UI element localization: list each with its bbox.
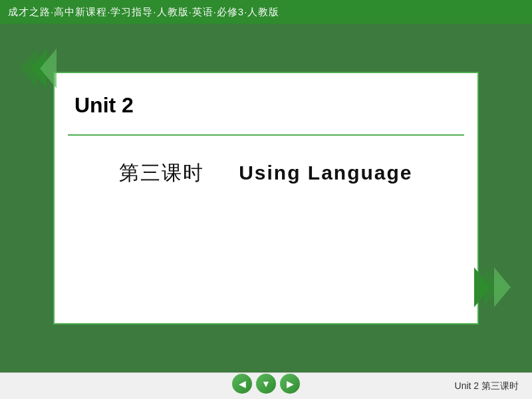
next-icon: ▶ xyxy=(287,378,294,389)
header-bar: 成才之路·高中新课程·学习指导·人教版·英语·必修3·人教版 xyxy=(0,0,532,24)
content-card: Unit 2 第三课时 Using Language xyxy=(53,72,479,325)
unit-label: Unit 2 xyxy=(74,93,134,118)
right-chevron-icon xyxy=(474,264,514,311)
nav-next-button[interactable]: ▶ xyxy=(280,374,300,394)
main-content: Unit 2 第三课时 Using Language xyxy=(0,24,532,372)
svg-marker-2 xyxy=(20,49,37,88)
left-chevrons xyxy=(20,45,57,92)
lesson-english: Using Language xyxy=(239,162,412,184)
lesson-chinese: 第三课时 xyxy=(119,162,204,184)
left-chevron-icon xyxy=(20,45,57,92)
nav-buttons: ◀ ▼ ▶ xyxy=(232,374,300,394)
nav-home-button[interactable]: ▼ xyxy=(256,374,276,394)
home-icon: ▼ xyxy=(261,378,271,389)
prev-icon: ◀ xyxy=(239,378,246,389)
footer-bar: ◀ ▼ ▶ Unit 2 第三课时 xyxy=(0,372,532,399)
footer-page-info: Unit 2 第三课时 xyxy=(455,380,519,392)
svg-marker-5 xyxy=(494,267,511,307)
right-chevrons xyxy=(474,264,514,313)
unit-divider xyxy=(68,134,464,136)
main-title: 第三课时 Using Language xyxy=(55,160,477,187)
header-title: 成才之路·高中新课程·学习指导·人教版·英语·必修3·人教版 xyxy=(8,6,279,19)
nav-prev-button[interactable]: ◀ xyxy=(232,374,252,394)
